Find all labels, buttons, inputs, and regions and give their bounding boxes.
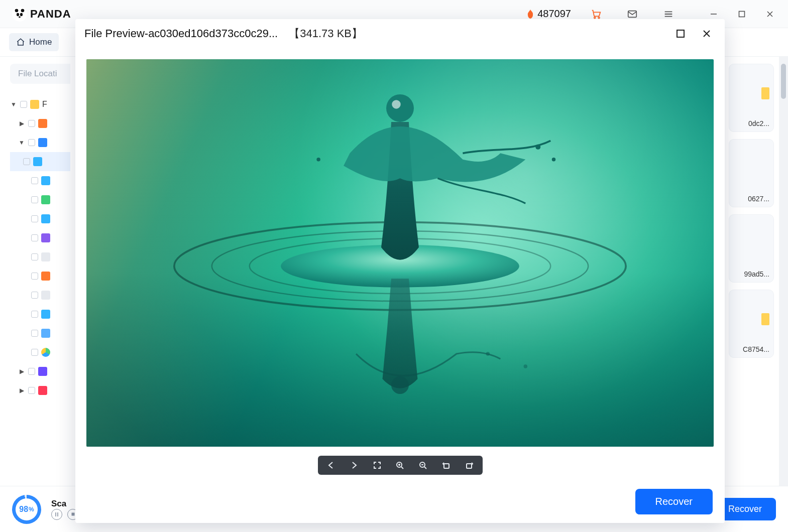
modal-footer: Recover: [75, 480, 725, 523]
checkbox[interactable]: [31, 311, 38, 318]
preview-toolbar: [318, 456, 483, 475]
svg-rect-10: [71, 513, 74, 516]
file-type-icon: [41, 214, 50, 223]
tree-row[interactable]: [10, 247, 70, 267]
window-maximize-icon[interactable]: [728, 4, 756, 25]
svg-rect-26: [444, 464, 449, 468]
svg-point-1: [15, 9, 19, 12]
progress-value: 98%: [16, 498, 38, 520]
checkbox[interactable]: [31, 292, 38, 299]
svg-point-23: [524, 364, 527, 368]
tree-row[interactable]: ▶: [10, 381, 70, 400]
tree-row[interactable]: [10, 324, 70, 343]
svg-point-7: [598, 17, 600, 18]
checkbox[interactable]: [31, 273, 38, 280]
checkbox[interactable]: [23, 158, 30, 165]
checkbox[interactable]: [31, 177, 38, 184]
recover-button-modal[interactable]: Recover: [635, 489, 713, 514]
folder-icon: [30, 100, 39, 109]
caret-down-icon: ▼: [18, 139, 25, 146]
svg-point-17: [392, 100, 400, 108]
svg-point-16: [386, 94, 414, 122]
checkbox[interactable]: [28, 139, 35, 146]
checkbox[interactable]: [31, 349, 38, 356]
tree-row[interactable]: [10, 171, 70, 190]
tree-row[interactable]: [10, 190, 70, 209]
checkbox[interactable]: [28, 368, 35, 375]
rotate-left-icon[interactable]: [438, 459, 455, 472]
file-type-icon: [41, 252, 50, 261]
tree-row[interactable]: [10, 343, 70, 362]
app-logo: PANDA: [12, 7, 71, 22]
file-preview-modal: File Preview-ac030ed106d373cc0c29... 【34…: [75, 19, 725, 523]
scrollbar-thumb[interactable]: [781, 64, 786, 99]
svg-point-4: [20, 13, 23, 16]
window-close-icon[interactable]: [756, 4, 784, 25]
sidebar: File Locati ▼F ▶ ▼ ▶ ▶: [0, 57, 70, 486]
thumb-icon: [761, 313, 769, 325]
file-location-button[interactable]: File Locati: [10, 64, 70, 84]
vertical-scrollbar[interactable]: [779, 57, 788, 486]
caret-right-icon: ▶: [18, 120, 25, 127]
result-card[interactable]: 0dc2...: [729, 64, 774, 132]
next-icon[interactable]: [346, 459, 362, 472]
svg-point-22: [486, 352, 490, 355]
splash-illustration: [86, 59, 714, 410]
svg-rect-9: [739, 11, 745, 17]
tree-row[interactable]: ▶: [10, 362, 70, 381]
thumb-icon: [761, 87, 769, 99]
checkbox[interactable]: [31, 196, 38, 203]
tree-row[interactable]: ▶: [10, 114, 70, 133]
file-type-icon: [38, 386, 47, 395]
file-type-icon: [41, 233, 50, 242]
caret-right-icon: ▶: [18, 387, 25, 394]
count-flame-icon: [526, 9, 534, 19]
svg-point-2: [21, 9, 25, 12]
tree-row[interactable]: [10, 228, 70, 247]
result-card[interactable]: C8754...: [729, 290, 774, 358]
checkbox[interactable]: [31, 253, 38, 260]
result-card[interactable]: 0627...: [729, 139, 774, 207]
home-icon: [16, 38, 25, 47]
tree-row[interactable]: ▼: [10, 133, 70, 152]
fullscreen-icon[interactable]: [369, 459, 385, 472]
svg-point-18: [391, 376, 409, 394]
caret-down-icon: ▼: [10, 101, 17, 108]
right-column: 0dc2... 0627... 99ad5... C8754...: [729, 57, 779, 486]
image-type-icon: [41, 329, 50, 338]
prev-icon[interactable]: [323, 459, 339, 472]
preview-image: [86, 59, 714, 447]
checkbox[interactable]: [31, 234, 38, 241]
file-type-icon: [38, 119, 47, 128]
modal-maximize-icon[interactable]: [671, 25, 690, 43]
progress-ring: 98%: [12, 495, 41, 524]
modal-close-icon[interactable]: [698, 25, 716, 43]
file-type-icon: [41, 310, 50, 319]
breadcrumb-home[interactable]: Home: [9, 33, 59, 51]
tree-row[interactable]: [10, 267, 70, 286]
tree-row-selected[interactable]: [10, 152, 70, 171]
rotate-right-icon[interactable]: [462, 459, 478, 472]
file-type-icon: [41, 272, 50, 281]
user-count: 487097: [526, 8, 571, 20]
checkbox[interactable]: [28, 120, 35, 127]
checkbox[interactable]: [31, 215, 38, 222]
pause-icon[interactable]: [51, 509, 62, 520]
file-type-icon: [33, 157, 42, 166]
checkbox[interactable]: [20, 101, 27, 108]
result-card[interactable]: 99ad5...: [729, 214, 774, 283]
tree-root[interactable]: ▼F: [10, 95, 70, 114]
zoom-in-icon[interactable]: [392, 459, 408, 472]
file-type-icon: [38, 138, 47, 147]
svg-rect-11: [677, 30, 684, 37]
tree-row[interactable]: [10, 305, 70, 324]
svg-rect-27: [467, 464, 472, 468]
svg-point-19: [535, 145, 540, 150]
tree-row[interactable]: [10, 209, 70, 228]
checkbox[interactable]: [28, 387, 35, 394]
tree-row[interactable]: [10, 286, 70, 305]
checkbox[interactable]: [31, 330, 38, 337]
svg-point-5: [19, 16, 21, 18]
zoom-out-icon[interactable]: [415, 459, 431, 472]
modal-title: File Preview-ac030ed106d373cc0c29...: [84, 27, 278, 40]
